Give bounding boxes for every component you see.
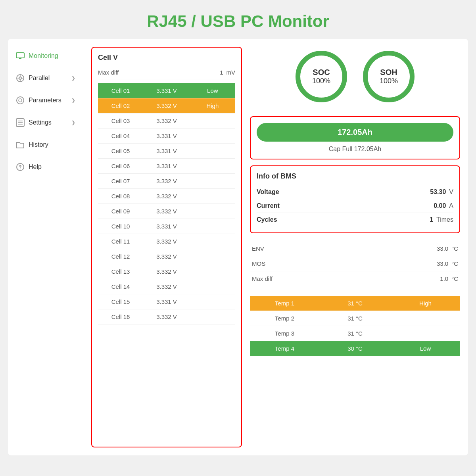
table-row: Cell 04 3.331 V bbox=[98, 129, 235, 144]
temp-name: Temp 1 bbox=[250, 296, 319, 311]
cell-voltage: 3.331 V bbox=[143, 294, 190, 309]
cap-full-text: Cap Full 172.05Ah bbox=[257, 146, 453, 153]
cell-name: Cell 15 bbox=[98, 294, 143, 309]
cell-name: Cell 11 bbox=[98, 234, 143, 249]
temp-label bbox=[391, 315, 460, 322]
env-row: ENV 33.0 °C bbox=[250, 241, 460, 256]
table-row: Cell 05 3.331 V bbox=[98, 144, 235, 159]
max-diff-unit: mV bbox=[226, 69, 236, 76]
bms-row: Current 0.00 A bbox=[257, 199, 453, 213]
cell-label: Low bbox=[190, 83, 235, 98]
table-row: Cell 01 3.331 V Low bbox=[98, 83, 235, 98]
table-row: Cell 06 3.331 V bbox=[98, 159, 235, 174]
sidebar-item-monitoring[interactable]: Monitoring bbox=[12, 47, 79, 65]
sidebar-item-settings[interactable]: Settings ❯ bbox=[12, 113, 79, 132]
env-row-label: ENV bbox=[252, 245, 264, 252]
env-row: Max diff 1.0 °C bbox=[250, 271, 460, 286]
sidebar-label-history: History bbox=[29, 141, 48, 148]
max-diff-row: Max diff 1 mV bbox=[98, 66, 235, 79]
cell-label: High bbox=[190, 98, 235, 113]
env-row-unit: °C bbox=[451, 275, 458, 282]
soh-value: 100% bbox=[380, 77, 398, 85]
bms-row-unit: Times bbox=[436, 216, 453, 223]
circles-row: SOC 100% SOH 100% bbox=[250, 47, 460, 110]
eye-icon bbox=[16, 74, 25, 83]
cell-name: Cell 03 bbox=[98, 113, 143, 128]
monitor-icon bbox=[16, 52, 25, 60]
table-row: Cell 16 3.332 V bbox=[98, 309, 235, 324]
sidebar-label-monitoring: Monitoring bbox=[29, 52, 58, 60]
sidebar-item-history[interactable]: History bbox=[12, 136, 79, 154]
max-diff-value: 1 bbox=[220, 69, 223, 76]
cell-label bbox=[190, 162, 235, 170]
cell-name: Cell 07 bbox=[98, 174, 143, 188]
bms-row-value: 0.00 bbox=[434, 202, 446, 209]
temp-value: 31 °C bbox=[319, 296, 391, 311]
cell-label bbox=[190, 207, 235, 215]
temp-label: High bbox=[391, 296, 460, 311]
svg-rect-0 bbox=[16, 53, 24, 58]
bms-row-value: 53.30 bbox=[430, 188, 446, 196]
cell-name: Cell 01 bbox=[98, 83, 143, 98]
page-title: RJ45 / USB PC Monitor bbox=[0, 0, 476, 39]
env-section: ENV 33.0 °C MOS 33.0 °C Max diff 1.0 °C bbox=[250, 239, 460, 288]
bms-panel: Info of BMS Voltage 53.30 V Current 0.00… bbox=[250, 165, 460, 233]
svg-point-4 bbox=[19, 77, 21, 79]
cell-label bbox=[190, 177, 235, 185]
cell-label bbox=[190, 192, 235, 200]
cell-name: Cell 04 bbox=[98, 129, 143, 143]
sidebar-item-help[interactable]: Help bbox=[12, 158, 79, 176]
svg-point-9 bbox=[17, 97, 24, 104]
bms-row-label: Cycles bbox=[257, 216, 277, 223]
sidebar-item-parameters[interactable]: Parameters ❯ bbox=[12, 91, 79, 109]
chevron-down-icon-2: ❯ bbox=[71, 98, 75, 103]
soh-container: SOH 100% bbox=[363, 51, 415, 102]
env-row-label: MOS bbox=[252, 260, 265, 267]
cell-name: Cell 05 bbox=[98, 144, 143, 158]
sidebar-item-parallel[interactable]: Parallel ❯ bbox=[12, 69, 79, 87]
parameters-icon bbox=[16, 96, 25, 105]
soc-container: SOC 100% bbox=[296, 51, 347, 102]
settings-icon bbox=[16, 118, 25, 127]
env-row-unit: °C bbox=[451, 245, 458, 252]
chevron-down-icon-3: ❯ bbox=[71, 120, 75, 125]
temp-section: Temp 1 31 °C High Temp 2 31 °C Temp 3 31… bbox=[250, 296, 460, 356]
soh-gauge: SOH 100% bbox=[363, 51, 415, 102]
table-row: Cell 10 3.331 V bbox=[98, 219, 235, 234]
env-row-unit: °C bbox=[451, 260, 458, 267]
sidebar-label-parallel: Parallel bbox=[29, 75, 50, 82]
soh-label: SOH bbox=[380, 68, 397, 77]
sidebar: Monitoring Parallel ❯ bbox=[8, 39, 83, 455]
table-row: Cell 11 3.332 V bbox=[98, 234, 235, 249]
env-row-label: Max diff bbox=[252, 275, 273, 282]
bms-row: Voltage 53.30 V bbox=[257, 185, 453, 199]
cell-name: Cell 10 bbox=[98, 219, 143, 234]
table-row: Cell 15 3.331 V bbox=[98, 294, 235, 309]
temp-value: 31 °C bbox=[319, 311, 391, 326]
sidebar-label-parameters: Parameters bbox=[29, 97, 61, 104]
soc-gauge: SOC 100% bbox=[296, 51, 347, 102]
cell-label bbox=[190, 298, 235, 306]
cell-name: Cell 02 bbox=[98, 98, 143, 113]
cell-label bbox=[190, 283, 235, 291]
cell-name: Cell 08 bbox=[98, 189, 143, 203]
chevron-down-icon: ❯ bbox=[71, 75, 75, 81]
env-row: MOS 33.0 °C bbox=[250, 256, 460, 271]
temp-row: Temp 2 31 °C bbox=[250, 311, 460, 326]
content-area: Cell V Max diff 1 mV Cell 01 3.331 V Low… bbox=[83, 39, 468, 455]
bms-row-unit: V bbox=[449, 188, 453, 196]
table-row: Cell 14 3.332 V bbox=[98, 279, 235, 294]
cell-name: Cell 14 bbox=[98, 279, 143, 294]
cell-name: Cell 09 bbox=[98, 204, 143, 219]
cell-voltage: 3.331 V bbox=[143, 83, 190, 98]
table-row: Cell 03 3.332 V bbox=[98, 113, 235, 129]
bms-title: Info of BMS bbox=[257, 172, 453, 180]
temp-name: Temp 2 bbox=[250, 311, 319, 326]
cell-voltage: 3.332 V bbox=[143, 174, 190, 188]
cell-voltage: 3.331 V bbox=[143, 159, 190, 173]
help-icon bbox=[16, 163, 25, 171]
temp-row: Temp 3 31 °C bbox=[250, 326, 460, 341]
temp-label: Low bbox=[391, 341, 460, 356]
cell-voltage: 3.332 V bbox=[143, 279, 190, 294]
table-row: Cell 09 3.332 V bbox=[98, 204, 235, 219]
